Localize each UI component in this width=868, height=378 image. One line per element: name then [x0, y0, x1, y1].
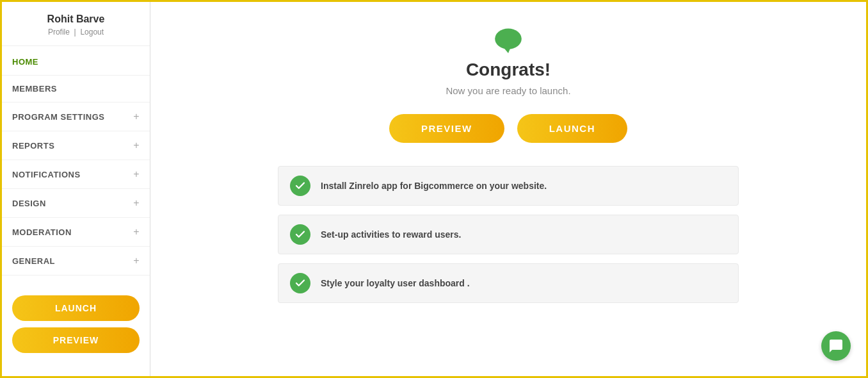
- expand-icon-design: +: [133, 197, 140, 209]
- logout-link[interactable]: Logout: [80, 28, 104, 37]
- sidebar-header: Rohit Barve Profile | Logout: [2, 2, 150, 46]
- nav-label-design: DESIGN: [12, 199, 46, 208]
- checklist-item-3: Style your loyalty user dashboard .: [278, 263, 739, 303]
- expand-icon-general: +: [133, 255, 140, 267]
- launch-button-sidebar[interactable]: LAUNCH: [12, 295, 140, 321]
- preview-button-sidebar[interactable]: PREVIEW: [12, 327, 140, 353]
- launch-button-main[interactable]: LAUNCH: [517, 114, 627, 143]
- expand-icon-moderation: +: [133, 226, 140, 238]
- preview-button-main[interactable]: PREVIEW: [389, 114, 504, 143]
- sidebar-links: Profile | Logout: [12, 28, 140, 37]
- speech-bubble-icon: [492, 28, 524, 53]
- checklist-text-2: Set-up activities to reward users.: [321, 229, 461, 240]
- checklist-item-2: Set-up activities to reward users.: [278, 215, 739, 254]
- sidebar-item-reports[interactable]: REPORTS +: [2, 131, 150, 160]
- check-icon-1: [290, 176, 310, 196]
- sidebar-item-moderation[interactable]: MODERATION +: [2, 218, 150, 247]
- profile-link[interactable]: Profile: [48, 28, 70, 37]
- svg-point-0: [495, 29, 522, 49]
- sidebar-item-home[interactable]: HOME: [2, 49, 150, 76]
- checklist-item-1: Install Zinrelo app for Bigcommerce on y…: [278, 166, 739, 206]
- checklist-text-3: Style your loyalty user dashboard .: [321, 278, 470, 288]
- sidebar-item-program-settings[interactable]: PROGRAM SETTINGS +: [2, 103, 150, 131]
- nav-label-moderation: MODERATION: [12, 227, 72, 237]
- congrats-subtitle: Now you are ready to launch.: [446, 85, 570, 96]
- browser-frame: Rohit Barve Profile | Logout HOME MEMBER…: [0, 0, 868, 378]
- expand-icon-reports: +: [133, 140, 140, 151]
- checklist: Install Zinrelo app for Bigcommerce on y…: [278, 166, 739, 303]
- checklist-text-1: Install Zinrelo app for Bigcommerce on y…: [321, 181, 547, 191]
- chat-support-bubble[interactable]: [821, 331, 851, 361]
- sidebar-item-notifications[interactable]: NOTIFICATIONS +: [2, 160, 150, 189]
- nav-label-reports: REPORTS: [12, 141, 54, 151]
- nav-label-home: HOME: [12, 57, 38, 67]
- expand-icon-program-settings: +: [133, 111, 140, 122]
- sidebar-item-design[interactable]: DESIGN +: [2, 189, 150, 218]
- congrats-title: Congrats!: [466, 60, 551, 80]
- svg-marker-1: [503, 47, 511, 53]
- expand-icon-notifications: +: [133, 168, 140, 180]
- nav-label-program-settings: PROGRAM SETTINGS: [12, 112, 105, 122]
- check-icon-2: [290, 224, 310, 245]
- check-icon-3: [290, 273, 310, 293]
- nav-label-general: GENERAL: [12, 256, 55, 266]
- sidebar-item-members[interactable]: MEMBERS: [2, 76, 150, 103]
- action-buttons: PREVIEW LAUNCH: [389, 114, 627, 143]
- main-content: Congrats! Now you are ready to launch. P…: [150, 2, 866, 376]
- sidebar-item-general[interactable]: GENERAL +: [2, 247, 150, 275]
- sidebar-username: Rohit Barve: [12, 13, 140, 25]
- nav-label-members: MEMBERS: [12, 84, 57, 94]
- sidebar: Rohit Barve Profile | Logout HOME MEMBER…: [2, 2, 150, 376]
- sidebar-bottom: LAUNCH PREVIEW: [2, 285, 150, 363]
- nav-label-notifications: NOTIFICATIONS: [12, 170, 81, 179]
- sidebar-nav: HOME MEMBERS PROGRAM SETTINGS + REPORTS …: [2, 46, 150, 285]
